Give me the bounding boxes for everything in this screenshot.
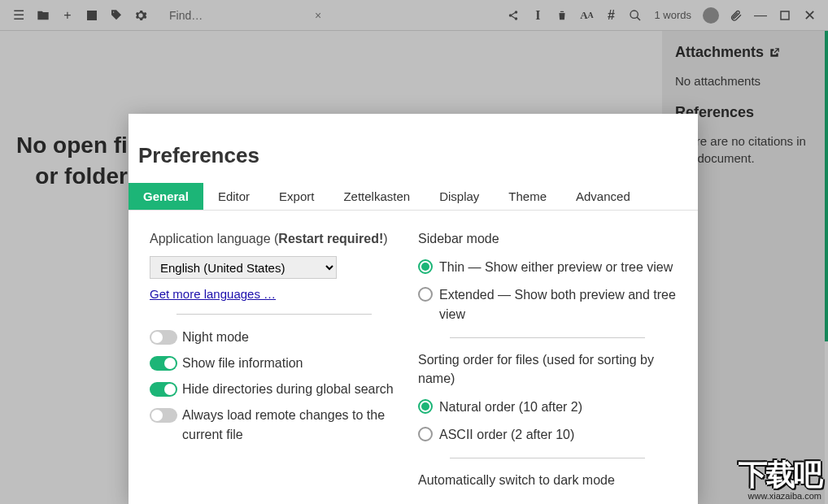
toggle-night-mode-label: Night mode	[182, 328, 249, 347]
radio-sort-natural[interactable]: Natural order (10 after 2)	[418, 398, 677, 417]
tab-advanced[interactable]: Advanced	[561, 183, 645, 210]
radio-icon	[418, 427, 433, 441]
toggle-hide-dirs[interactable]	[150, 382, 177, 397]
sort-order-title: Sorting order for files (used for sortin…	[418, 351, 677, 388]
radio-sort-ascii[interactable]: ASCII order (2 after 10)	[418, 425, 677, 445]
divider	[450, 458, 645, 458]
toggle-night-mode[interactable]	[150, 330, 177, 345]
language-select[interactable]: English (United States)	[150, 256, 337, 279]
toggle-hide-dirs-label: Hide directories during global search	[182, 380, 394, 399]
radio-sidebar-thin[interactable]: Thin — Show either preview or tree view	[418, 258, 677, 277]
divider	[450, 337, 645, 338]
toggle-remote-changes-label: Always load remote changes to the curren…	[182, 406, 399, 445]
tab-display[interactable]: Display	[425, 183, 494, 210]
language-label: Application language (Restart required!)	[150, 230, 399, 248]
tab-zettelkasten[interactable]: Zettelkasten	[329, 183, 425, 210]
radio-icon	[418, 399, 433, 414]
tab-export[interactable]: Export	[264, 183, 329, 210]
more-languages-link[interactable]: Get more languages …	[150, 287, 276, 301]
tab-theme[interactable]: Theme	[494, 183, 561, 210]
dark-mode-auto-title: Automatically switch to dark mode	[418, 471, 677, 489]
radio-sidebar-extended[interactable]: Extended — Show both preview and tree vi…	[418, 285, 677, 324]
tab-editor[interactable]: Editor	[203, 183, 264, 210]
preferences-title: Preferences	[129, 114, 698, 183]
sidebar-mode-title: Sidebar mode	[418, 230, 677, 248]
preferences-tabs: General Editor Export Zettelkasten Displ…	[129, 183, 698, 211]
toggle-file-info[interactable]	[150, 356, 177, 371]
divider	[176, 314, 372, 315]
preferences-dialog: Preferences General Editor Export Zettel…	[129, 114, 698, 504]
radio-icon	[418, 259, 433, 274]
radio-icon	[418, 287, 433, 302]
toggle-file-info-label: Show file information	[182, 354, 303, 373]
toggle-remote-changes[interactable]	[150, 408, 177, 423]
tab-general[interactable]: General	[129, 183, 203, 210]
